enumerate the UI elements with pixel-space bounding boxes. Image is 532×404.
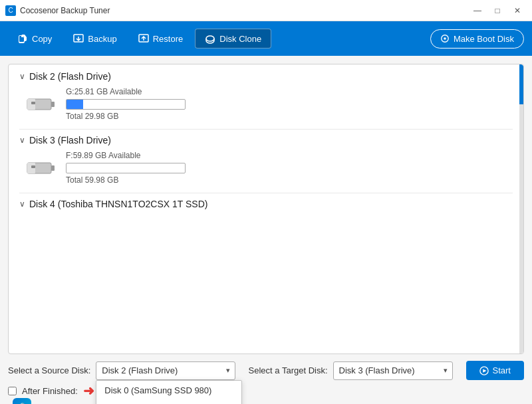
dropdown-option-0[interactable]: Disk 0 (SamSung SSD 980) (96, 381, 241, 400)
svg-rect-7 (51, 102, 55, 107)
disk-clone-button[interactable]: Disk Clone (195, 29, 271, 49)
disk-2-header[interactable]: ∨ Disk 2 (Flash Drive) (19, 71, 513, 82)
disk-4-header[interactable]: ∨ Disk 4 (Toshiba THNSN1TO2CSX 1T SSD) (19, 199, 513, 209)
target-disk-group: Select a Target Disk: Disk 3 (Flash Driv… (249, 361, 524, 380)
make-boot-disk-button[interactable]: Make Boot Disk (430, 29, 524, 49)
disk-3-progress-bg (66, 163, 186, 173)
backup-button[interactable]: Backup (64, 29, 126, 48)
disk-list-scroll[interactable]: ∨ Disk 2 (Flash Drive) G:25.81 GB Availa… (9, 64, 523, 354)
copy-button[interactable]: Copy (8, 29, 61, 48)
usb-drive-icon-3 (26, 157, 55, 176)
disk-2-chevron: ∨ (19, 72, 25, 81)
start-button[interactable]: Start (466, 361, 524, 380)
disk-3-content: F:59.89 GB Available Total 59.98 GB (19, 151, 513, 185)
disk-3-icon (26, 157, 55, 179)
disk-3-avail: F:59.89 GB Available (66, 151, 513, 160)
disk-2-total: Total 29.98 GB (66, 112, 513, 121)
maximize-button[interactable]: □ (488, 3, 507, 19)
source-label: Select a Source Disk: (8, 365, 90, 375)
taskbar-app[interactable]: 🔒 CocosenorFile-Lock... (5, 396, 39, 404)
dropdown-option-1[interactable]: Disk 1 (Samsung SSD 860 EVO 2T) (96, 400, 241, 405)
disk-group-3: ∨ Disk 3 (Flash Drive) F:59.89 GB Availa… (19, 135, 513, 185)
svg-rect-8 (31, 102, 35, 104)
restore-icon (138, 33, 149, 44)
main-content: ∨ Disk 2 (Flash Drive) G:25.81 GB Availa… (0, 56, 532, 404)
minimize-button[interactable]: — (468, 3, 487, 19)
after-finished-checkbox[interactable] (8, 387, 17, 395)
target-select-wrapper: Disk 3 (Flash Drive) ▾ (333, 361, 453, 380)
title-bar-left: C Cocosenor Backup Tuner (5, 5, 110, 16)
disk-2-avail: G:25.81 GB Available (66, 87, 513, 96)
after-finished-row: After Finished: ➜ (0, 383, 532, 404)
bottom-controls: Select a Source Disk: Disk 2 (Flash Driv… (0, 354, 532, 383)
title-bar-title: Cocosenor Backup Tuner (20, 6, 110, 15)
disk-2-progress-bg (66, 99, 186, 110)
copy-icon (17, 33, 28, 44)
disk-2-title: Disk 2 (Flash Drive) (29, 71, 111, 82)
disk-3-title: Disk 3 (Flash Drive) (29, 135, 111, 146)
disk-3-total: Total 59.98 GB (66, 175, 513, 185)
target-dropdown-display[interactable]: Disk 3 (Flash Drive) ▾ (333, 361, 453, 380)
title-bar: C Cocosenor Backup Tuner — □ ✕ (0, 0, 532, 21)
disk-3-header[interactable]: ∨ Disk 3 (Flash Drive) (19, 135, 513, 146)
source-dropdown-popup: Disk 0 (SamSung SSD 980) Disk 1 (Samsung… (96, 380, 242, 405)
start-icon (479, 366, 489, 375)
disk-4-chevron: ∨ (19, 199, 25, 209)
disk-2-icon (26, 94, 55, 115)
disk-list-area: ∨ Disk 2 (Flash Drive) G:25.81 GB Availa… (8, 64, 524, 354)
arrow-right-icon: ➜ (83, 383, 94, 399)
disk-3-chevron: ∨ (19, 136, 25, 145)
svg-marker-14 (483, 369, 486, 372)
source-disk-group: Select a Source Disk: Disk 2 (Flash Driv… (8, 361, 235, 380)
after-finished-label[interactable]: After Finished: (22, 386, 78, 396)
disk-3-details: F:59.89 GB Available Total 59.98 GB (66, 151, 513, 185)
make-boot-disk-icon (440, 34, 450, 43)
disk-2-progress-fill (66, 100, 83, 109)
backup-icon (73, 33, 84, 44)
close-button[interactable]: ✕ (508, 3, 527, 19)
disk-group-2: ∨ Disk 2 (Flash Drive) G:25.81 GB Availa… (19, 71, 513, 121)
disk-4-title: Disk 4 (Toshiba THNSN1TO2CSX 1T SSD) (29, 199, 207, 209)
target-label: Select a Target Disk: (249, 365, 328, 375)
svg-point-2 (206, 36, 214, 41)
app-icon: C (5, 5, 16, 16)
taskbar-app-icon: 🔒 (13, 398, 31, 404)
disk-group-4: ∨ Disk 4 (Toshiba THNSN1TO2CSX 1T SSD) (19, 199, 513, 209)
source-select-wrapper: Disk 2 (Flash Drive) ▾ Disk 0 (SamSung S… (96, 361, 235, 380)
source-dropdown-display[interactable]: Disk 2 (Flash Drive) ▾ (96, 361, 235, 380)
svg-point-4 (444, 37, 446, 40)
svg-rect-12 (31, 165, 35, 168)
source-chevron-icon: ▾ (226, 366, 230, 375)
usb-drive-icon-2 (26, 94, 55, 112)
svg-rect-11 (51, 165, 55, 171)
target-chevron-icon: ▾ (444, 366, 448, 375)
toolbar-right: Make Boot Disk (430, 29, 524, 49)
restore-button[interactable]: Restore (129, 29, 193, 48)
disk-2-details: G:25.81 GB Available Total 29.98 GB (66, 87, 513, 121)
disk-clone-icon (205, 33, 215, 44)
disk-2-content: G:25.81 GB Available Total 29.98 GB (19, 87, 513, 121)
title-bar-controls: — □ ✕ (468, 3, 527, 19)
toolbar: Copy Backup Restore Disk Clone Make Boot… (0, 21, 532, 56)
